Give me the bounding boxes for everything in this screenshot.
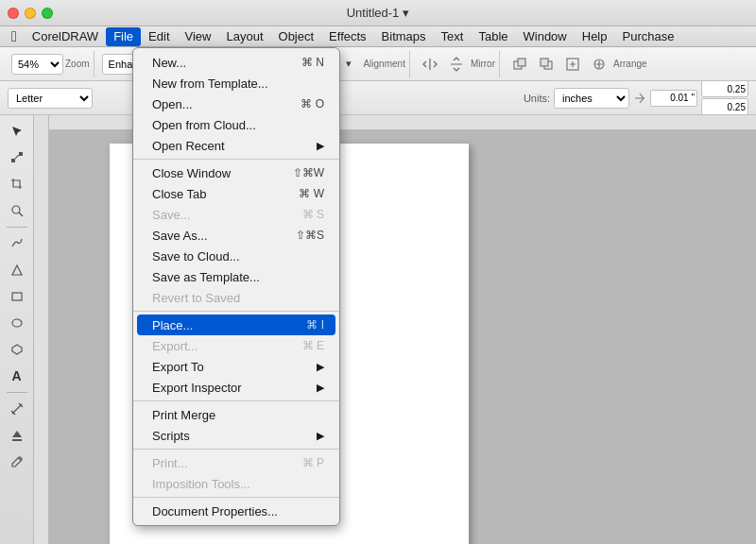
arrange-btn-4[interactable] [587, 53, 611, 76]
arrange-icon-2 [540, 58, 553, 71]
menu-view[interactable]: View [178, 27, 219, 46]
zoom-select[interactable]: 54% 100% 200% [11, 54, 63, 75]
arrange-group: Arrange [504, 51, 651, 77]
shape-icon [10, 264, 24, 277]
nudge-input-3[interactable] [701, 98, 748, 115]
node-tool-btn[interactable] [5, 145, 29, 170]
menu-new[interactable]: New... ⌘ N [133, 52, 339, 73]
menu-export-to[interactable]: Export To ▶ [133, 356, 339, 377]
mirror-group: Mirror [414, 51, 500, 77]
menu-save-cloud[interactable]: Save to Cloud... [133, 246, 339, 266]
fill-tool-btn[interactable] [5, 423, 29, 448]
align-dropdown[interactable]: ▾ [336, 53, 361, 76]
shape-tool-btn[interactable] [5, 258, 29, 282]
menu-close-window[interactable]: Close Window ⇧⌘W [133, 162, 339, 183]
nudge-input-1[interactable] [650, 90, 697, 107]
menu-doc-props[interactable]: Document Properties... [133, 501, 339, 521]
select-tool-btn[interactable] [5, 119, 29, 144]
menu-window[interactable]: Window [516, 27, 575, 46]
svg-rect-5 [518, 59, 525, 66]
menu-object[interactable]: Object [271, 27, 322, 46]
menu-sep-5 [133, 497, 339, 498]
node-icon [10, 151, 24, 164]
menu-edit[interactable]: Edit [141, 27, 177, 46]
arrange-icon-4 [593, 58, 606, 71]
arrange-btn-3[interactable] [560, 53, 585, 76]
crop-tool-btn[interactable] [5, 172, 29, 196]
menu-text[interactable]: Text [434, 27, 472, 46]
mirror-v-btn[interactable] [444, 53, 469, 76]
menu-sep-2 [133, 311, 339, 312]
minimize-button[interactable] [25, 8, 36, 19]
zoom-icon [10, 204, 24, 217]
menu-file[interactable]: File [106, 27, 141, 46]
nudge-pair [701, 80, 748, 115]
alignment-label: Alignment [363, 59, 404, 69]
fill-icon [10, 429, 24, 442]
menu-layout[interactable]: Layout [218, 27, 270, 46]
parallel-icon [10, 402, 24, 416]
ellipse-tool-btn[interactable] [5, 311, 29, 335]
mirror-v-icon [449, 57, 464, 72]
zoom-label: Zoom [65, 59, 90, 69]
toolbar-main: 54% 100% 200% Zoom Enhanced Normal Draft… [0, 47, 756, 81]
zoom-tool-btn[interactable] [5, 198, 29, 223]
menu-print-merge[interactable]: Print Merge [133, 404, 339, 425]
menu-print[interactable]: Print... ⌘ P [133, 452, 339, 473]
parallel-tool-btn[interactable] [5, 397, 29, 421]
menu-open[interactable]: Open... ⌘ O [133, 94, 339, 114]
menu-effects[interactable]: Effects [321, 27, 374, 46]
svg-point-12 [12, 206, 20, 213]
arrange-btn-1[interactable] [507, 53, 532, 76]
menu-help[interactable]: Help [575, 27, 615, 46]
menu-table[interactable]: Table [471, 27, 515, 46]
menu-revert[interactable]: Revert to Saved [133, 287, 339, 308]
maximize-button[interactable] [42, 8, 53, 19]
menu-coreldraw[interactable]: CorelDRAW [25, 27, 106, 46]
menu-export-inspector[interactable]: Export Inspector ▶ [133, 377, 339, 398]
menu-save[interactable]: Save... ⌘ S [133, 204, 339, 225]
menu-purchase[interactable]: Purchase [615, 27, 682, 46]
file-menu-dropdown: New... ⌘ N New from Template... Open... … [132, 47, 340, 526]
arrange-icon-1 [513, 58, 526, 71]
arrange-label: Arrange [613, 59, 647, 69]
zoom-group: 54% 100% 200% Zoom [8, 51, 94, 77]
menu-sep-1 [133, 159, 339, 160]
nudge-input-2[interactable] [701, 80, 748, 97]
menu-open-recent[interactable]: Open Recent ▶ [133, 135, 339, 156]
rect-icon [10, 290, 24, 303]
freehand-tool-btn[interactable] [5, 231, 29, 256]
menu-open-cloud[interactable]: Open from Cloud... [133, 114, 339, 135]
ellipse-icon [10, 316, 24, 330]
menu-new-template[interactable]: New from Template... [133, 73, 339, 94]
arrange-icon-3 [566, 58, 579, 71]
close-button[interactable] [8, 8, 19, 19]
menu-save-template[interactable]: Save as Template... [133, 266, 339, 287]
menu-save-as[interactable]: Save As... ⇧⌘S [133, 225, 339, 246]
svg-rect-7 [541, 59, 548, 66]
menu-sep-3 [133, 400, 339, 401]
svg-line-13 [19, 212, 23, 216]
arrange-btn-2[interactable] [534, 53, 558, 76]
rect-tool-btn[interactable] [5, 284, 29, 309]
menu-export[interactable]: Export... ⌘ E [133, 335, 339, 356]
eyedrop-tool-btn[interactable] [5, 450, 29, 474]
units-select[interactable]: inches centimeters millimeters pixels [554, 88, 629, 109]
mirror-h-btn[interactable] [418, 53, 442, 76]
menu-bitmaps[interactable]: Bitmaps [374, 27, 434, 46]
svg-rect-14 [12, 293, 22, 300]
titlebar: Untitled-1 ▾ [0, 0, 756, 26]
menu-scripts[interactable]: Scripts ▶ [133, 425, 339, 446]
title-text: Untitled-1 [347, 6, 400, 20]
svg-line-17 [12, 404, 22, 414]
menu-imposition[interactable]: Imposition Tools... [133, 473, 339, 494]
tool-sep-1 [7, 227, 27, 228]
text-tool-btn[interactable]: A [5, 364, 29, 388]
menu-place[interactable]: Place... ⌘ I [137, 314, 335, 335]
units-group: Units: inches centimeters millimeters pi… [524, 80, 748, 115]
polygon-tool-btn[interactable] [5, 337, 29, 362]
apple-menu[interactable]:  [4, 27, 25, 46]
font-select[interactable]: Letter [8, 88, 93, 109]
nudge-icon [633, 92, 646, 105]
menu-close-tab[interactable]: Close Tab ⌘ W [133, 183, 339, 204]
